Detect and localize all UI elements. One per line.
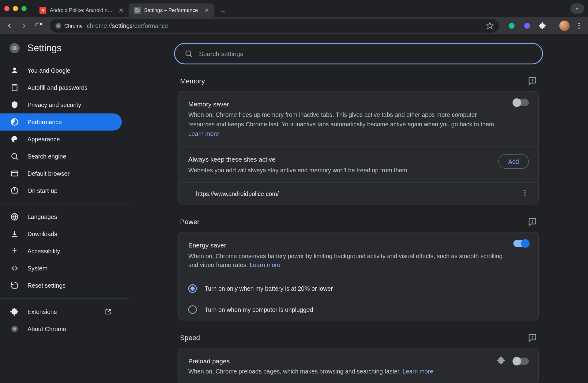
site-more-button[interactable]: [521, 189, 529, 198]
separator: [0, 298, 129, 299]
tab-title: Android Police: Android news: [50, 7, 115, 13]
section-title-memory: Memory: [180, 77, 205, 85]
radio-icon: [188, 305, 197, 314]
back-button[interactable]: [3, 20, 15, 32]
feedback-icon[interactable]: [528, 76, 537, 86]
close-icon[interactable]: ✕: [204, 7, 209, 13]
site-chip[interactable]: Chrome: [55, 22, 83, 29]
settings-title: Settings: [28, 43, 62, 54]
section-title-power: Power: [180, 218, 200, 226]
svg-point-7: [579, 27, 580, 29]
always-active-title: Always keep these sites active: [188, 154, 490, 164]
tab-settings-performance[interactable]: Settings – Performance ✕: [129, 3, 214, 17]
site-url: https://www.androidpolice.com/: [196, 190, 279, 197]
nav-privacy-and-security[interactable]: Privacy and security: [0, 96, 122, 113]
extension-indicator-icon[interactable]: [497, 356, 506, 366]
browser-toolbar: Chrome chrome://settings/performance: [0, 17, 588, 34]
memory-learn-more-link[interactable]: Learn more: [188, 130, 219, 137]
settings-search-box[interactable]: [174, 43, 543, 64]
gear-icon: [134, 7, 141, 13]
svg-point-3: [509, 23, 514, 29]
svg-point-29: [524, 192, 526, 193]
energy-saver-title: Energy saver: [188, 240, 505, 250]
site-chip-label: Chrome: [64, 23, 83, 29]
radio-unplugged[interactable]: Turn on when my computer is unplugged: [179, 299, 538, 320]
reload-button[interactable]: [32, 20, 44, 32]
tab-overview-button[interactable]: [571, 3, 584, 14]
forward-button[interactable]: [18, 20, 30, 32]
nav-appearance[interactable]: Appearance: [0, 131, 122, 148]
settings-brand: Settings: [0, 42, 129, 62]
nav-system[interactable]: System: [0, 260, 122, 277]
address-bar[interactable]: Chrome chrome://settings/performance: [50, 19, 499, 33]
memory-card: Memory saver When on, Chrome frees up me…: [179, 91, 539, 205]
new-tab-button[interactable]: ＋: [217, 5, 229, 17]
menu-button[interactable]: [573, 20, 585, 32]
window-close-button[interactable]: [4, 6, 9, 11]
nav-about-chrome[interactable]: About Chrome: [0, 320, 122, 338]
memory-saver-toggle[interactable]: [513, 99, 529, 106]
svg-rect-16: [11, 171, 18, 176]
nav-reset-settings[interactable]: Reset settings: [0, 277, 122, 294]
search-icon: [184, 49, 193, 58]
feedback-icon[interactable]: [528, 333, 537, 343]
nav-performance[interactable]: Performance: [0, 113, 122, 131]
close-icon[interactable]: ✕: [119, 7, 124, 13]
settings-main: Memory Memory saver When on, Chrome free…: [129, 34, 588, 383]
svg-point-32: [532, 223, 532, 223]
svg-point-10: [13, 67, 16, 70]
bookmark-icon[interactable]: [486, 22, 494, 29]
url-text: chrome://settings/performance: [87, 22, 168, 29]
tab-favicon: A: [40, 7, 46, 13]
nav-downloads[interactable]: Downloads: [0, 225, 122, 243]
extension-purple-icon[interactable]: [521, 20, 533, 32]
energy-saver-toggle[interactable]: [513, 240, 529, 247]
preload-pages-desc: When on, Chrome preloads pages, which ma…: [188, 368, 403, 375]
nav-you-and-google[interactable]: You and Google: [0, 62, 122, 79]
section-header-speed: Speed: [179, 333, 539, 348]
svg-point-24: [186, 51, 191, 56]
nav-extensions[interactable]: Extensions: [0, 303, 122, 320]
svg-point-6: [579, 25, 580, 26]
speed-learn-more-link[interactable]: Learn more: [403, 368, 433, 375]
settings-sidebar: Settings You and Google Autofill and pas…: [0, 34, 129, 383]
nav-languages[interactable]: Languages: [0, 208, 122, 225]
power-card: Energy saver When on, Chrome conserves b…: [179, 232, 539, 320]
radio-battery-20[interactable]: Turn on only when my battery is at 20% o…: [179, 278, 538, 299]
window-maximize-button[interactable]: [21, 6, 27, 11]
extensions-button[interactable]: [537, 20, 548, 32]
window-minimize-button[interactable]: [13, 6, 18, 11]
chrome-icon: [9, 42, 21, 54]
settings-search-input[interactable]: [199, 50, 533, 57]
always-active-desc: Websites you add will always stay active…: [188, 167, 409, 173]
radio-label: Turn on only when my battery is at 20% o…: [205, 285, 333, 292]
separator: [0, 204, 129, 204]
svg-rect-11: [12, 84, 17, 91]
nav-default-browser[interactable]: Default browser: [0, 165, 122, 182]
power-learn-more-link[interactable]: Learn more: [250, 262, 280, 268]
extension-grammarly-icon[interactable]: [506, 20, 518, 32]
tab-android-police[interactable]: A Android Police: Android news ✕: [34, 3, 129, 17]
svg-line-25: [190, 55, 192, 57]
preload-pages-toggle[interactable]: [513, 358, 529, 364]
svg-point-9: [12, 46, 17, 51]
memory-saver-title: Memory saver: [188, 99, 505, 109]
nav-search-engine[interactable]: Search engine: [0, 148, 122, 165]
svg-point-21: [14, 248, 15, 250]
nav-on-start-up[interactable]: On start-up: [0, 182, 122, 199]
svg-point-30: [524, 194, 526, 196]
profile-avatar[interactable]: [559, 21, 570, 31]
section-header-power: Power: [179, 217, 539, 232]
speed-card: Preload pages When on, Chrome preloads p…: [179, 348, 539, 383]
nav-autofill-and-passwords[interactable]: Autofill and passwords: [0, 79, 122, 96]
feedback-icon[interactable]: [528, 217, 537, 227]
svg-point-14: [12, 153, 17, 158]
chrome-icon: [55, 22, 62, 29]
add-site-button[interactable]: Add: [498, 154, 529, 169]
svg-point-23: [13, 327, 16, 330]
nav-accessibility[interactable]: Accessibility: [0, 243, 122, 260]
radio-label: Turn on when my computer is unplugged: [205, 306, 313, 313]
section-title-speed: Speed: [180, 334, 200, 342]
svg-point-34: [532, 339, 532, 339]
svg-line-15: [16, 158, 18, 159]
